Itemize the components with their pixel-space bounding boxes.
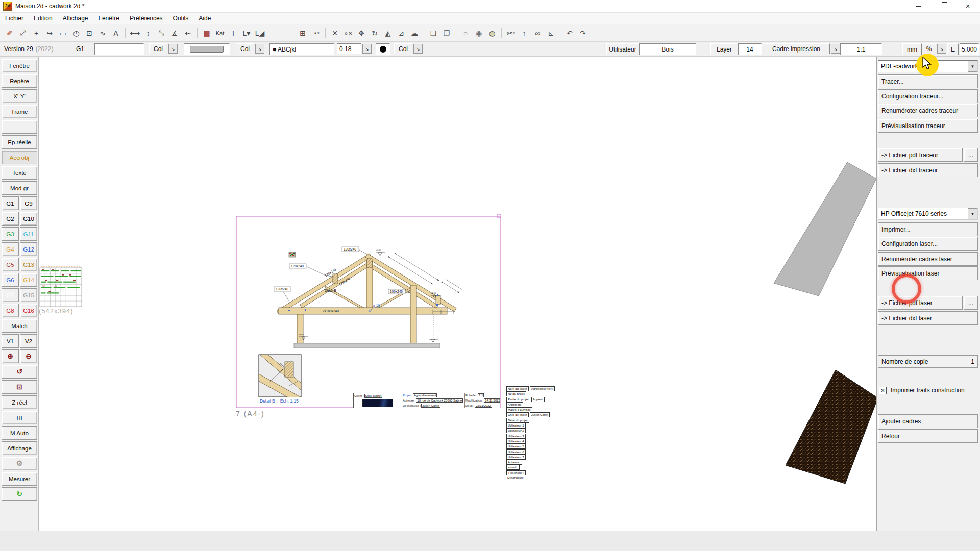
laser-renumber-button[interactable]: Renuméroter cadres laser	[878, 252, 978, 266]
corner-ruler-icon[interactable]: ⊾	[545, 27, 557, 39]
line-color-button[interactable]: Col	[149, 43, 167, 54]
minimize-button[interactable]	[906, 0, 931, 12]
laser-preview-button[interactable]: Prévisualisation laser	[878, 266, 978, 280]
gear-icon[interactable]: ⚙	[2, 457, 37, 470]
line-draw-icon[interactable]: ⤢	[17, 27, 29, 39]
circle-icon[interactable]: ◷	[70, 27, 82, 39]
group-g7[interactable]: G7	[2, 288, 19, 302]
bulb-on-icon[interactable]: ◉	[473, 27, 485, 39]
textured-sheet-object[interactable]	[786, 370, 876, 484]
polyline-icon[interactable]: ↪	[43, 27, 56, 39]
copies-field[interactable]: Nombre de copie1	[878, 355, 978, 368]
copy-icon[interactable]: ❏	[427, 27, 439, 39]
drawing-canvas[interactable]: 120x240 120x240 120x240 100x240 2x100x24…	[39, 57, 876, 531]
sidebar-match[interactable]: Match	[2, 319, 37, 333]
user-button[interactable]: Utilisateur	[606, 43, 639, 55]
pdf-export-icon[interactable]: ▤	[201, 27, 213, 39]
scale-field[interactable]: 1:1	[840, 43, 882, 55]
frame-mode-dropdown[interactable]: Cadre impression	[763, 43, 830, 54]
group-g14[interactable]: G14	[20, 273, 37, 287]
group-g9[interactable]: G9	[20, 196, 37, 210]
pen-width-dropdown-icon[interactable]: ↘	[362, 44, 372, 54]
dim-horizontal-icon[interactable]: ⟷	[129, 27, 141, 39]
printer-device-dropdown[interactable]: HP Officejet 7610 series▼	[878, 208, 978, 220]
pen-color-preview[interactable]	[376, 43, 390, 55]
detach-icon[interactable]: ∘×	[342, 27, 354, 39]
plotter-renumber-button[interactable]: Renuméroter cadres traceur	[878, 104, 978, 117]
zoom-previous-icon[interactable]: ↺	[2, 365, 37, 379]
rotate-icon[interactable]: ↻	[369, 27, 381, 39]
menu-fentre[interactable]: Fenêtre	[93, 13, 125, 23]
plotter-device-dropdown-arrow-icon[interactable]: ▼	[968, 61, 977, 72]
e-button[interactable]: E	[947, 43, 959, 55]
laser-pdf-browse-button[interactable]: ...	[964, 296, 978, 310]
frame-mode-dropdown-icon[interactable]: ↘	[831, 44, 840, 54]
line-style-preview[interactable]	[94, 43, 144, 55]
bulb-dim-icon[interactable]: ◍	[486, 27, 498, 39]
group-g15[interactable]: G15	[20, 288, 37, 302]
layer-button[interactable]: Layer	[710, 43, 738, 55]
sidebar-ep-reelle[interactable]: Ep.réelle	[2, 135, 37, 149]
group-icon[interactable]: ⊞	[297, 27, 309, 39]
fill-style-preview[interactable]	[184, 43, 230, 55]
sidebar-mesurer[interactable]: Mesurer	[2, 472, 37, 486]
dim-vertical-icon[interactable]: ↕	[142, 27, 154, 39]
search-icon[interactable]: ∞	[531, 27, 544, 39]
detail-inset[interactable]	[259, 355, 301, 405]
incline-icon[interactable]: ⊿	[395, 27, 407, 39]
restore-button[interactable]	[931, 0, 955, 12]
percent-dropdown-icon[interactable]: ↘	[937, 44, 946, 54]
leader-line-icon[interactable]: ⇠	[182, 27, 194, 39]
text-cursor-icon[interactable]: I	[227, 27, 239, 39]
refresh-icon[interactable]: ↻	[2, 487, 37, 501]
sidebar-trame[interactable]: Trame	[2, 105, 37, 118]
sidebar-empty[interactable]	[2, 120, 37, 134]
layer-value-field[interactable]: 14	[738, 43, 762, 55]
sidebar-z-reel[interactable]: Z réel	[2, 395, 37, 409]
group-g10[interactable]: G10	[20, 212, 37, 226]
plot-button[interactable]: Tracer...	[878, 74, 978, 88]
catalog-button[interactable]: Kat	[214, 27, 226, 39]
dropdown-arrow-icon[interactable]: ▾	[513, 31, 516, 35]
font-preview[interactable]: ■ ABCjkl	[270, 43, 334, 55]
move-icon[interactable]: ✥	[355, 27, 368, 39]
fill-color-button[interactable]: Col	[236, 43, 254, 54]
plotter-pdf-file-button[interactable]: -> Fichier pdf traceur	[878, 148, 963, 162]
pen-width-field[interactable]: 0.18	[337, 43, 361, 54]
e-value-field[interactable]: 5.000	[960, 43, 979, 55]
layer-back-icon[interactable]: L◢	[254, 27, 266, 39]
menu-affichage[interactable]: Affichage	[58, 13, 93, 23]
group-g6[interactable]: G6	[2, 273, 19, 287]
sidebar-affichage[interactable]: Affichage	[2, 441, 37, 455]
group-g1[interactable]: G1	[2, 196, 19, 210]
sidebar-accrobj[interactable]: Accrobj	[2, 151, 37, 164]
construction-lines-checkbox[interactable]: ✕Imprimer traits construction	[879, 385, 978, 396]
close-button[interactable]: ✕	[955, 0, 980, 12]
percent-button[interactable]: %	[922, 43, 936, 54]
group-g13[interactable]: G13	[20, 258, 37, 271]
text-icon[interactable]: A	[110, 27, 122, 39]
laser-pdf-file-button[interactable]: -> Fichier pdf laser	[878, 296, 963, 310]
laser-dxf-file-button[interactable]: -> Fichier dxf laser	[878, 311, 978, 325]
zoom-out-icon[interactable]: ⊖	[20, 349, 37, 363]
modify-pen-icon[interactable]: ✐	[4, 27, 16, 39]
bulb-outline-icon[interactable]: ○	[459, 27, 472, 39]
line-color-dropdown-icon[interactable]: ↘	[168, 44, 178, 54]
point-icon[interactable]: +	[30, 27, 42, 39]
node-edit-icon[interactable]: ⊡	[83, 27, 95, 39]
dim-angle-icon[interactable]: ∡	[168, 27, 181, 39]
group-g12[interactable]: G12	[20, 242, 37, 256]
plotter-dxf-file-button[interactable]: -> Fichier dxf traceur	[878, 163, 978, 177]
group-g8[interactable]: G8	[2, 304, 19, 317]
move-up-icon[interactable]: ↑	[518, 27, 530, 39]
sidebar-m-auto[interactable]: M Auto	[2, 426, 37, 440]
undo-icon[interactable]: ↶	[564, 27, 576, 39]
dropdown-arrow-icon[interactable]: ▾	[317, 31, 320, 35]
menu-prfrences[interactable]: Préférences	[125, 13, 168, 23]
curve-icon[interactable]: ∿	[96, 27, 109, 39]
zoom-in-icon[interactable]: ⊕	[2, 349, 19, 363]
pen-color-button[interactable]: Col	[394, 43, 412, 54]
plotter-preview-button[interactable]: Prévisualisation traceur	[878, 119, 978, 133]
menu-outils[interactable]: Outils	[168, 13, 194, 23]
group-g2[interactable]: G2	[2, 212, 19, 226]
